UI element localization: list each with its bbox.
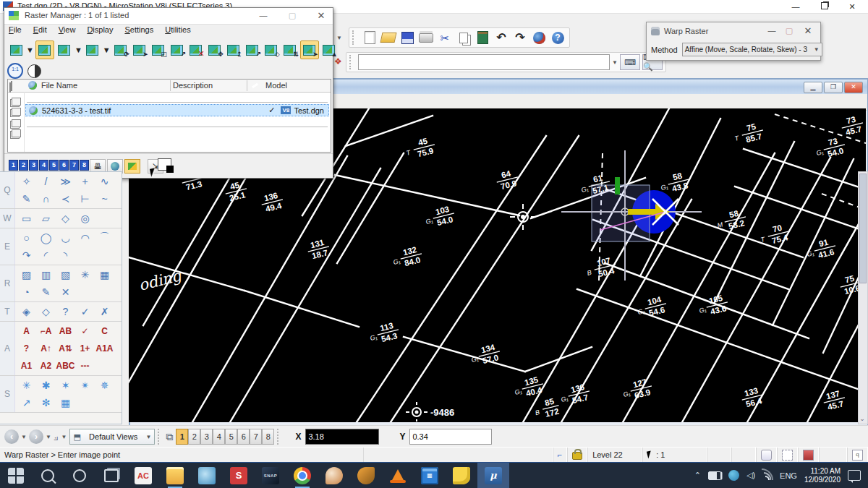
- georeference-icon[interactable]: [56, 41, 73, 59]
- increment-data-tool-icon[interactable]: A2: [36, 357, 56, 374]
- show-pattern-tool-icon[interactable]: ◔: [17, 283, 36, 301]
- view-toggle-2[interactable]: 2: [188, 429, 200, 445]
- change-text-tool-icon[interactable]: A⇅: [56, 340, 75, 357]
- interval-tool-icon[interactable]: ⊢: [75, 190, 95, 207]
- snap-mode-icon[interactable]: ⌐: [553, 448, 567, 462]
- rm-view-toggle-4[interactable]: 4: [39, 160, 48, 171]
- redo-icon[interactable]: ↷: [511, 30, 529, 46]
- half-ellipse-tool-icon[interactable]: ⌒: [95, 229, 114, 247]
- view-toggle-5[interactable]: 5: [225, 429, 237, 445]
- attach-raster-icon[interactable]: [84, 41, 101, 59]
- file-name-column[interactable]: File Name: [41, 81, 77, 90]
- modify-raster-icon[interactable]: ↗: [169, 41, 186, 59]
- auto-save-icon[interactable]: [756, 448, 777, 462]
- keyin-dropdown-icon[interactable]: ▼: [612, 59, 618, 66]
- place-circle-tool-icon[interactable]: ○: [17, 229, 36, 247]
- view-next-dropdown[interactable]: ▼: [46, 434, 51, 440]
- keyin-browser-icon[interactable]: ⌨: [620, 54, 640, 70]
- calendar-app[interactable]: ▦: [414, 463, 446, 488]
- save-file-icon[interactable]: [399, 30, 416, 46]
- place-point-tool-icon[interactable]: +: [75, 173, 95, 190]
- move-raster-icon[interactable]: ✥: [206, 41, 224, 59]
- hatch-area-tool-icon[interactable]: ▨: [17, 266, 36, 283]
- rm-menu-file[interactable]: File: [9, 25, 22, 37]
- hierarchy-icon[interactable]: [7, 41, 25, 59]
- pattern-query-tool-icon[interactable]: ▦: [95, 266, 114, 283]
- view-previous-button[interactable]: ‹: [4, 429, 19, 444]
- multi-point-tool-icon[interactable]: ✻: [36, 394, 56, 411]
- autocad-app[interactable]: AC: [127, 463, 159, 488]
- chrome-app[interactable]: [286, 463, 318, 488]
- volume-icon[interactable]: ◁): [746, 471, 755, 480]
- place-line-tool-icon[interactable]: /: [36, 173, 56, 190]
- match-text-tool-icon[interactable]: A↑: [36, 340, 56, 357]
- hierarchy-icon-dropdown[interactable]: ▼: [26, 46, 34, 54]
- smartline-tool-icon[interactable]: ✧: [17, 173, 36, 190]
- dialog-indicator-icon[interactable]: q: [847, 448, 868, 462]
- sticky-notes-app[interactable]: [446, 463, 477, 488]
- model-column[interactable]: Model: [265, 81, 287, 90]
- rm-view-toggle-2[interactable]: 2: [19, 160, 28, 171]
- undo-icon[interactable]: ↶: [493, 30, 510, 46]
- change-case-tool-icon[interactable]: C: [95, 322, 114, 340]
- cortana-button[interactable]: [64, 463, 95, 488]
- search-button[interactable]: [32, 463, 64, 488]
- rm-view-toggle-3[interactable]: 3: [29, 160, 38, 171]
- place-curve-tool-icon[interactable]: ∿: [95, 173, 114, 190]
- restore-button[interactable]: [814, 1, 835, 12]
- pattern-area-tool-icon[interactable]: ▧: [56, 266, 75, 283]
- scale-raster-icon[interactable]: ↗: [244, 41, 261, 59]
- arc-edit-tool-icon[interactable]: ◠: [75, 229, 95, 247]
- edit-text-tool-icon[interactable]: AB: [56, 322, 75, 340]
- display-adjust-icon[interactable]: [124, 159, 140, 174]
- display-attrs-tool-icon[interactable]: ?: [17, 340, 36, 357]
- place-polygon-tool-icon[interactable]: ◎: [75, 210, 95, 227]
- rotate-raster-icon[interactable]: ◇: [263, 41, 280, 59]
- rm-menu-utilities[interactable]: Utilities: [165, 25, 190, 37]
- photo-app[interactable]: [191, 463, 223, 488]
- warp-maximize-button[interactable]: ▢: [780, 26, 799, 36]
- edit-tags-tool-icon[interactable]: ◇: [36, 303, 56, 320]
- intersect-point-tool-icon[interactable]: ✴: [75, 377, 95, 394]
- place-text-node-tool-icon[interactable]: 1+: [75, 340, 95, 357]
- keyin-drag-handle[interactable]: [349, 55, 354, 69]
- matrix-tool-icon[interactable]: ▦: [56, 394, 75, 411]
- scroll-down-icon[interactable]: ⌄: [859, 415, 866, 422]
- file-explorer-app[interactable]: [159, 463, 191, 488]
- minimize-button[interactable]: —: [785, 1, 807, 12]
- crosshatch-tool-icon[interactable]: ▥: [36, 266, 56, 283]
- palette-scrollbar[interactable]: ⌄: [858, 171, 868, 424]
- rm-view-toggle-1[interactable]: 1: [9, 160, 18, 171]
- raster-manager-titlebar[interactable]: Raster Manager : 1 of 1 listed — ▢ ✕: [4, 8, 333, 25]
- active-level[interactable]: Level 22: [587, 448, 642, 462]
- delete-raster-icon[interactable]: ✕: [187, 41, 205, 59]
- place-note-tool-icon[interactable]: ⌐A: [36, 322, 56, 340]
- arc-tangent-tool-icon[interactable]: ≺: [56, 190, 75, 207]
- view-rotation-icon[interactable]: ⟓: [54, 431, 59, 443]
- place-ellipse-tool-icon[interactable]: ◯: [36, 229, 56, 247]
- view-rotation-dropdown[interactable]: ▼: [61, 434, 67, 440]
- view-groups-icon[interactable]: ⧉: [166, 431, 173, 443]
- refresh-raster-icon[interactable]: ⟳: [112, 41, 129, 59]
- georeference-icon-dropdown[interactable]: ▼: [75, 46, 82, 54]
- rm-minimize-button[interactable]: —: [254, 11, 273, 21]
- project-point-tool-icon[interactable]: ✶: [56, 377, 75, 394]
- rm-view-toggle-8[interactable]: 8: [80, 160, 89, 171]
- copy-enter-data-tool-icon[interactable]: A1: [17, 357, 36, 374]
- view-close-button[interactable]: ✕: [844, 82, 863, 93]
- list-header[interactable]: File Name Description Model: [8, 80, 331, 93]
- design-history-icon[interactable]: [798, 448, 819, 462]
- rm-view-toggle-5[interactable]: 5: [49, 160, 59, 171]
- raster-row-selected[interactable]: 524631-3-3 - test.tif ✓ V8 Test.dgn: [25, 104, 329, 116]
- place-text-tool-icon[interactable]: A: [17, 322, 36, 340]
- clip-raster-icon[interactable]: ◰: [150, 41, 167, 59]
- action-center-icon[interactable]: [848, 470, 861, 481]
- battery-icon[interactable]: [708, 471, 721, 480]
- foreground-swatch[interactable]: [166, 166, 174, 173]
- select-raster-icon[interactable]: ➤: [131, 41, 148, 59]
- warp-minimize-button[interactable]: —: [762, 26, 781, 36]
- rm-menu-view[interactable]: View: [59, 25, 76, 37]
- rm-view-toggle-7[interactable]: 7: [69, 160, 79, 171]
- clock[interactable]: 11:20 AM 12/09/2020: [804, 467, 841, 484]
- view-previous-dropdown[interactable]: ▼: [21, 434, 27, 440]
